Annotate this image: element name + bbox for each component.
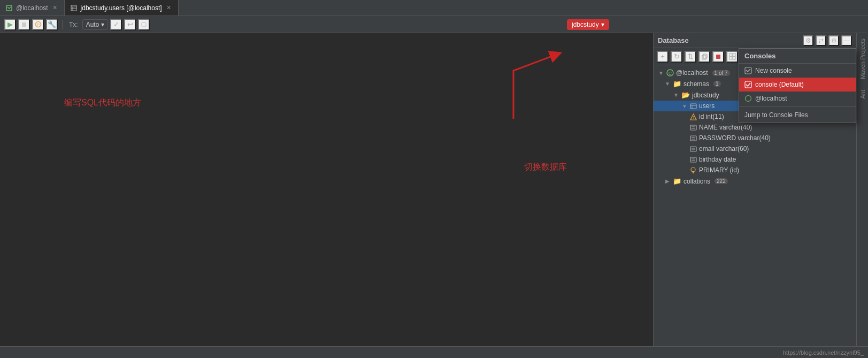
tab-jdbcstudy-close[interactable]: ✕ xyxy=(165,4,173,12)
tree-field-primary[interactable]: PRIMARY (id) xyxy=(654,165,856,176)
db-panel-icons: ⚙ ⇄ ⚙ — xyxy=(803,35,852,46)
rollback-button[interactable]: ↩ xyxy=(124,19,136,31)
svg-text:!: ! xyxy=(693,116,694,119)
svg-rect-38 xyxy=(693,171,694,173)
db-grid-btn[interactable] xyxy=(726,51,738,63)
tree-field-id-label: id int(11) xyxy=(699,113,724,120)
db-filter-btn[interactable]: ⇅ xyxy=(685,51,696,63)
console-default-label: console (Default) xyxy=(755,81,804,88)
console-new-label: New console xyxy=(755,67,792,74)
stop-button[interactable] xyxy=(18,19,30,31)
db-sync-btn[interactable]: ↻ xyxy=(671,51,682,63)
svg-rect-5 xyxy=(22,22,26,27)
tree-arrow-jdbcstudy: ▼ xyxy=(673,92,679,98)
svg-rect-34 xyxy=(690,157,696,162)
db-delete-btn[interactable] xyxy=(712,51,724,63)
consoles-separator xyxy=(739,106,856,107)
schema-value: jdbcstudy xyxy=(572,21,599,28)
tx-dropdown[interactable]: Auto ▾ xyxy=(82,19,109,30)
db-panel-title: Database xyxy=(658,36,689,44)
tree-jdbcstudy-label: jdbcstudy xyxy=(692,92,719,99)
tree-arrow-localhost: ▼ xyxy=(658,70,664,76)
folder-icon-collations: 📁 xyxy=(673,177,681,185)
ant-tab[interactable]: Ant xyxy=(857,85,868,104)
consoles-popup: Consoles New console console (Default) @… xyxy=(739,48,856,123)
run-button[interactable]: ▶ xyxy=(4,19,16,31)
tab-jdbcstudy-label: jdbcstudy.users [@localhost] xyxy=(81,4,162,12)
db-copy-btn[interactable] xyxy=(698,51,710,63)
db-settings-btn[interactable]: ⚙ xyxy=(803,35,813,46)
tx-arrow: ▾ xyxy=(101,21,104,28)
folder-icon-schemas: 📁 xyxy=(673,80,681,88)
commit-button[interactable]: ✓ xyxy=(110,19,122,31)
tx-value: Auto xyxy=(86,21,99,28)
arrow-annotation xyxy=(481,49,588,124)
schema-selector[interactable]: jdbcstudy ▾ xyxy=(567,19,609,30)
svg-rect-1 xyxy=(71,5,76,11)
schema-dropdown-icon: ▾ xyxy=(601,21,604,28)
svg-text:P: P xyxy=(36,22,39,27)
tab-jdbcstudy[interactable]: jdbcstudy.users [@localhost] ✕ xyxy=(65,0,179,16)
svg-rect-16 xyxy=(733,57,735,59)
tree-users-label: users xyxy=(699,102,715,110)
db-switch-hint: 切换数据库 xyxy=(524,162,567,173)
svg-point-41 xyxy=(746,96,751,102)
svg-rect-25 xyxy=(690,125,696,130)
tree-arrow-schemas: ▼ xyxy=(664,81,671,87)
tree-field-name-label: NAME varchar(40) xyxy=(699,124,752,131)
tree-collations[interactable]: ▶ 📁 collations 222 xyxy=(654,176,856,187)
vertical-side-tabs: Maven Projects Ant xyxy=(856,33,868,346)
folder-icon-jdbcstudy: 📂 xyxy=(681,91,690,99)
tree-field-birthday[interactable]: birthday date xyxy=(654,154,856,165)
db-minimize-btn[interactable]: — xyxy=(841,35,852,46)
tab-localhost-label: @localhost xyxy=(16,4,48,12)
tree-arrow-collations: ▶ xyxy=(664,178,671,184)
jump-to-files-item[interactable]: Jump to Console Files xyxy=(739,108,856,122)
svg-rect-13 xyxy=(729,54,732,56)
tree-field-email[interactable]: email varchar(60) xyxy=(654,143,856,154)
tree-field-password-label: PASSWORD varchar(40) xyxy=(699,134,771,142)
db-panel: Database ⚙ ⇄ ⚙ — + ↻ ⇅ ✏ xyxy=(653,33,856,346)
svg-rect-12 xyxy=(716,55,720,59)
svg-rect-20 xyxy=(690,104,696,109)
tree-field-password[interactable]: PASSWORD varchar(40) xyxy=(654,133,856,143)
db-gear-btn[interactable]: ⚙ xyxy=(828,35,839,46)
tree-schemas-badge: 1 xyxy=(713,81,721,87)
tree-localhost-label: @localhost xyxy=(676,69,708,77)
tree-field-name[interactable]: NAME varchar(40) xyxy=(654,122,856,133)
wrench-button[interactable]: 🔧 xyxy=(46,19,58,31)
table-tab-icon xyxy=(70,4,78,12)
tx-label: Tx: xyxy=(67,21,80,28)
svg-rect-40 xyxy=(745,81,751,88)
jump-to-files-label: Jump to Console Files xyxy=(744,111,808,119)
tab-localhost-close[interactable]: ✕ xyxy=(51,4,59,12)
editor-area[interactable]: 编写SQL代码的地方 切换数据库 xyxy=(0,33,653,346)
toolbar-sep-1 xyxy=(62,20,63,29)
stop2-button[interactable] xyxy=(138,19,150,31)
footer-url: https://blog.csdn.net/nzzynl95_ xyxy=(783,349,864,356)
tree-collations-label: collations xyxy=(683,178,710,185)
console-localhost-item[interactable]: @localhost xyxy=(739,92,856,105)
svg-text:C: C xyxy=(669,71,672,76)
editor-toolbar: ▶ P 🔧 Tx: Auto ▾ ✓ ↩ jdbcstudy ▾ xyxy=(0,16,868,33)
console-new-item[interactable]: New console xyxy=(739,64,856,78)
db-add-btn[interactable]: + xyxy=(657,51,669,63)
svg-rect-8 xyxy=(142,22,146,27)
console-tab-icon xyxy=(5,4,13,12)
tree-schemas-label: schemas xyxy=(683,80,709,88)
footer: https://blog.csdn.net/nzzynl95_ xyxy=(0,346,868,358)
svg-rect-14 xyxy=(733,54,735,56)
pin-button[interactable]: P xyxy=(32,19,44,31)
tree-arrow-users: ▼ xyxy=(681,103,688,109)
console-default-item[interactable]: console (Default) xyxy=(739,78,856,92)
console-localhost-label: @localhost xyxy=(755,95,787,102)
tree-field-birthday-label: birthday date xyxy=(699,156,736,163)
sql-hint: 编写SQL代码的地方 xyxy=(64,97,141,109)
maven-projects-tab[interactable]: Maven Projects xyxy=(857,33,868,85)
tree-localhost-badge: 1 of 7 xyxy=(712,70,730,76)
tab-bar: @localhost ✕ jdbcstudy.users [@localhost… xyxy=(0,0,868,16)
svg-rect-28 xyxy=(690,136,696,141)
svg-rect-15 xyxy=(729,57,732,59)
db-layout-btn[interactable]: ⇄ xyxy=(816,35,826,46)
tab-localhost[interactable]: @localhost ✕ xyxy=(0,0,65,16)
